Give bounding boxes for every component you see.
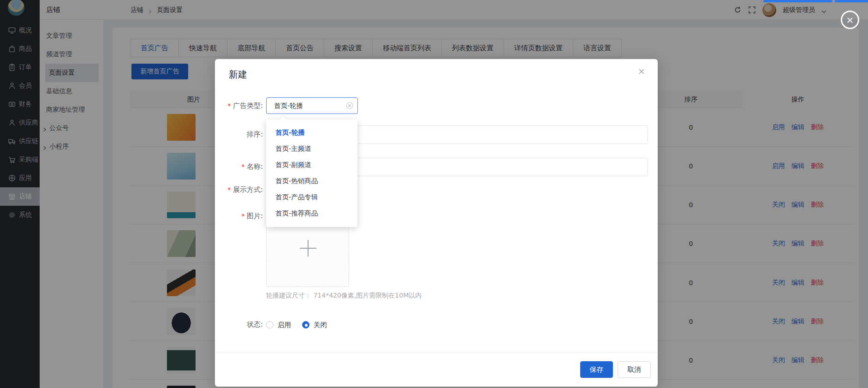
dropdown-option-sub-channel[interactable]: 首页-副频道: [266, 157, 357, 173]
image-label: 图片:: [189, 212, 263, 221]
ad-type-select[interactable]: 首页-轮播: [266, 97, 358, 114]
upload-hint: 轮播建议尺寸： 714*420像素,图片需限制在10M以内: [266, 292, 422, 300]
overlay-close-button[interactable]: ×: [841, 11, 859, 29]
sort-label: 排序:: [189, 130, 263, 139]
display-mode-label: 展示方式:: [189, 185, 263, 194]
clear-select-icon[interactable]: [346, 102, 353, 109]
modal-close-icon[interactable]: [637, 67, 646, 76]
modal-title: 新建: [229, 68, 247, 81]
dropdown-option-carousel[interactable]: 首页-轮播: [266, 125, 357, 141]
plus-icon: [308, 240, 309, 257]
top-blue-strip: [835, 0, 868, 2]
radio-circle-icon: [266, 321, 273, 328]
status-label: 状态:: [189, 320, 263, 329]
close-icon: ×: [846, 15, 854, 24]
top-blue-strip: [763, 0, 832, 2]
ad-type-dropdown: 首页-轮播 首页-主频道 首页-副频道 首页-热销商品 首页-产品专辑 首页-推…: [266, 119, 357, 227]
save-button[interactable]: 保存: [580, 361, 613, 378]
dropdown-option-hot-goods[interactable]: 首页-热销商品: [266, 173, 357, 189]
radio-enable[interactable]: 启用: [266, 321, 291, 329]
status-radio-group: 启用 关闭: [266, 317, 327, 332]
ad-type-label: 广告类型:: [189, 101, 263, 110]
modal-footer: 保存 取消: [215, 352, 658, 387]
cancel-button[interactable]: 取消: [618, 361, 651, 378]
radio-disable[interactable]: 关闭: [302, 321, 327, 329]
name-label: 名称:: [189, 162, 263, 171]
radio-checked-icon: [302, 321, 309, 328]
dropdown-option-main-channel[interactable]: 首页-主频道: [266, 141, 357, 157]
dropdown-option-recommended-goods[interactable]: 首页-推荐商品: [266, 205, 357, 221]
app-root: 概况 商品 订单 会员 财务 供应商: [0, 0, 868, 388]
dropdown-option-product-album[interactable]: 首页-产品专辑: [266, 189, 357, 205]
ad-type-value: 首页-轮播: [274, 98, 303, 113]
